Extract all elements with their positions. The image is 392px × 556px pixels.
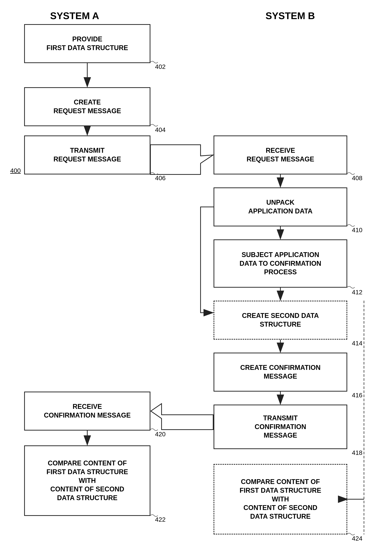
box-compare-system-a: COMPARE CONTENT OFFIRST DATA STRUCTUREWI…	[24, 445, 150, 516]
box-receive-request-message: RECEIVEREQUEST MESSAGE	[213, 135, 347, 174]
ref-422: 422	[155, 516, 166, 523]
system-b-label: SYSTEM B	[266, 10, 315, 21]
diagram-container: SYSTEM A SYSTEM B 400 PROVIDEFIRST DATA …	[0, 0, 392, 556]
ref-424: 424	[352, 535, 362, 542]
box-provide-first-data-structure: PROVIDEFIRST DATA STRUCTURE	[24, 24, 150, 63]
box-create-second-data-structure: CREATE SECOND DATASTRUCTURE	[213, 301, 347, 340]
svg-marker-6	[150, 145, 213, 174]
diagram-ref-400: 400	[10, 167, 21, 174]
box-create-request-message: CREATEREQUEST MESSAGE	[24, 87, 150, 126]
ref-404: 404	[155, 126, 166, 133]
ref-414: 414	[352, 340, 362, 347]
ref-406: 406	[155, 174, 166, 182]
ref-408: 408	[352, 174, 362, 182]
ref-410: 410	[352, 226, 362, 234]
box-compare-system-b: COMPARE CONTENT OFFIRST DATA STRUCTUREWI…	[213, 464, 347, 534]
box-unpack-application-data: UNPACKAPPLICATION DATA	[213, 187, 347, 226]
ref-412: 412	[352, 289, 362, 296]
system-a-label: SYSTEM A	[50, 10, 99, 21]
box-create-confirmation-message: CREATE CONFIRMATIONMESSAGE	[213, 353, 347, 392]
ref-420: 420	[155, 431, 166, 438]
svg-marker-12	[151, 404, 213, 430]
box-subject-application-data: SUBJECT APPLICATIONDATA TO CONFIRMATIONP…	[213, 239, 347, 288]
box-transmit-confirmation-message: TRANSMITCONFIRMATIONMESSAGE	[213, 405, 347, 449]
box-transmit-request-message: TRANSMITREQUEST MESSAGE	[24, 135, 150, 174]
box-receive-confirmation-message: RECEIVECONFIRMATION MESSAGE	[24, 392, 150, 431]
ref-418: 418	[352, 449, 362, 456]
ref-416: 416	[352, 392, 362, 399]
ref-402: 402	[155, 63, 166, 70]
